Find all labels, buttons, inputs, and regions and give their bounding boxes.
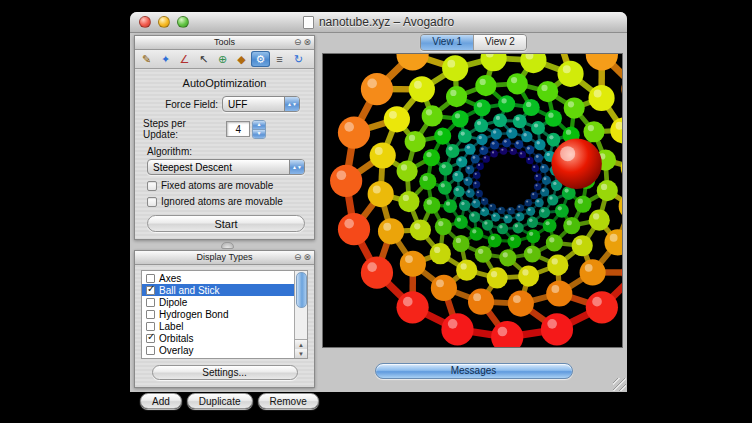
steps-per-update-label: Steps per Update: (143, 118, 222, 140)
select-tool-icon[interactable]: ↖ (194, 51, 213, 67)
window-title-group: nanotube.xyz – Avogadro (303, 15, 454, 29)
settings-button[interactable]: Settings... (152, 365, 298, 380)
display-type-label: Axes (159, 273, 181, 284)
checkbox[interactable] (146, 334, 155, 343)
tools-column: Tools ⊖ ⊗ ✎ ✦ ∠ ↖ ⊕ ◆ ⚙ ≡ ↻ (130, 33, 320, 392)
display-type-label: Label (159, 321, 183, 332)
display-type-overlay[interactable]: Overlay (142, 344, 294, 356)
dropdown-arrows-icon: ▲▼ (284, 97, 299, 111)
force-field-value: UFF (223, 99, 284, 110)
autooptimization-title: AutoOptimization (135, 77, 314, 89)
scroll-down-icon[interactable]: ▼ (295, 349, 307, 358)
steps-per-update-input[interactable]: 4 (226, 121, 250, 137)
view-tabbar: View 1 View 2 (320, 33, 627, 52)
align-tool-icon[interactable]: ≡ (270, 51, 289, 67)
list-scrollbar[interactable]: ▲ ▼ (294, 271, 307, 358)
checkbox[interactable] (146, 286, 155, 295)
fixed-atoms-row[interactable]: Fixed atoms are movable (147, 180, 306, 191)
tools-palette: Tools ⊖ ⊗ ✎ ✦ ∠ ↖ ⊕ ◆ ⚙ ≡ ↻ (134, 35, 315, 240)
palette-close-icon[interactable]: ⊗ (303, 37, 311, 48)
display-types-title: Display Types (135, 252, 314, 262)
checkbox[interactable] (146, 322, 155, 331)
dropdown-arrows-icon: ▲▼ (289, 160, 304, 174)
close-button[interactable] (139, 16, 151, 28)
display-types-palette: Display Types ⊖ ⊗ Axes Ball (134, 250, 315, 388)
algorithm-label: Algorithm: (147, 146, 306, 157)
force-field-label: Force Field: (165, 99, 218, 110)
window-body: Tools ⊖ ⊗ ✎ ✦ ∠ ↖ ⊕ ◆ ⚙ ≡ ↻ (130, 33, 627, 392)
scroll-up-icon[interactable]: ▲ (295, 340, 307, 349)
remove-button[interactable]: Remove (258, 393, 319, 409)
checkbox[interactable] (146, 310, 155, 319)
zoom-button[interactable] (177, 16, 189, 28)
algorithm-dropdown[interactable]: Steepest Descent ▲▼ (147, 159, 305, 175)
display-types-titlebar[interactable]: Display Types ⊖ ⊗ (135, 251, 314, 265)
stepper-down-icon[interactable]: ▼ (253, 130, 265, 138)
display-type-ball-and-stick[interactable]: Ball and Stick (142, 284, 294, 296)
draw-tool-icon[interactable]: ✎ (137, 51, 156, 67)
tool-toolbar: ✎ ✦ ∠ ↖ ⊕ ◆ ⚙ ≡ ↻ (135, 50, 314, 69)
window-titlebar[interactable]: nanotube.xyz – Avogadro (130, 12, 627, 33)
display-type-hydrogen-bond[interactable]: Hydrogen Bond (142, 308, 294, 320)
resize-grip[interactable] (613, 378, 626, 391)
scrollbar-thumb[interactable] (296, 272, 307, 308)
start-button[interactable]: Start (147, 215, 305, 232)
tools-palette-titlebar[interactable]: Tools ⊖ ⊗ (135, 36, 314, 50)
steps-stepper[interactable]: ▲ ▼ (252, 120, 266, 139)
algorithm-value: Steepest Descent (148, 162, 289, 173)
add-button[interactable]: Add (140, 393, 182, 409)
document-icon (303, 16, 314, 29)
fixed-atoms-checkbox[interactable] (147, 181, 157, 191)
display-type-dipole[interactable]: Dipole (142, 296, 294, 308)
display-type-label-item[interactable]: Label (142, 320, 294, 332)
molecule-viewport[interactable] (322, 53, 623, 348)
duplicate-button[interactable]: Duplicate (187, 393, 253, 409)
desktop: { "window": { "title": "nanotube.xyz – A… (0, 0, 752, 423)
messages-button[interactable]: Messages (375, 363, 573, 379)
display-type-label: Dipole (159, 297, 187, 308)
palette-close-icon[interactable]: ⊗ (303, 252, 311, 263)
manipulate-tool-icon[interactable]: ⊕ (213, 51, 232, 67)
tab-view-1[interactable]: View 1 (421, 35, 473, 50)
palette-action-buttons: Add Duplicate Remove (140, 393, 320, 409)
ignored-atoms-row[interactable]: Ignored atoms are movable (147, 196, 306, 207)
palette-collapse-icon[interactable]: ⊖ (294, 252, 302, 263)
ignored-atoms-checkbox[interactable] (147, 197, 157, 207)
checkbox[interactable] (146, 274, 155, 283)
stepper-up-icon[interactable]: ▲ (253, 121, 265, 130)
force-field-dropdown[interactable]: UFF ▲▼ (222, 96, 300, 112)
display-type-label: Overlay (159, 345, 193, 356)
display-type-label: Hydrogen Bond (159, 309, 229, 320)
display-type-axes[interactable]: Axes (142, 272, 294, 284)
minimize-button[interactable] (158, 16, 170, 28)
display-type-label: Orbitals (159, 333, 193, 344)
nanotube-render (323, 54, 622, 347)
ignored-atoms-label: Ignored atoms are movable (161, 196, 283, 207)
display-type-orbitals[interactable]: Orbitals (142, 332, 294, 344)
auto-rotate-tool-icon[interactable]: ↻ (289, 51, 308, 67)
tab-view-2[interactable]: View 2 (473, 35, 526, 50)
window-controls (139, 16, 189, 28)
palette-collapse-icon[interactable]: ⊖ (294, 37, 302, 48)
navigate-tool-icon[interactable]: ✦ (156, 51, 175, 67)
display-type-label: Ball and Stick (159, 285, 220, 296)
fixed-atoms-label: Fixed atoms are movable (161, 180, 273, 191)
measure-tool-icon[interactable]: ∠ (175, 51, 194, 67)
view-column: View 1 View 2 Messages (320, 33, 627, 392)
bond-centric-tool-icon[interactable]: ◆ (232, 51, 251, 67)
tools-palette-title: Tools (135, 37, 314, 47)
display-types-list: Axes Ball and Stick Dipole Hydrogen (141, 270, 308, 359)
checkbox[interactable] (146, 298, 155, 307)
palette-splitter[interactable] (134, 240, 320, 250)
avogadro-window: nanotube.xyz – Avogadro Tools ⊖ ⊗ ✎ ✦ ∠ … (130, 12, 627, 392)
window-title: nanotube.xyz – Avogadro (319, 15, 454, 29)
auto-optimize-tool-icon[interactable]: ⚙ (251, 51, 270, 67)
messages-area: Messages (320, 349, 627, 392)
checkbox[interactable] (146, 346, 155, 355)
